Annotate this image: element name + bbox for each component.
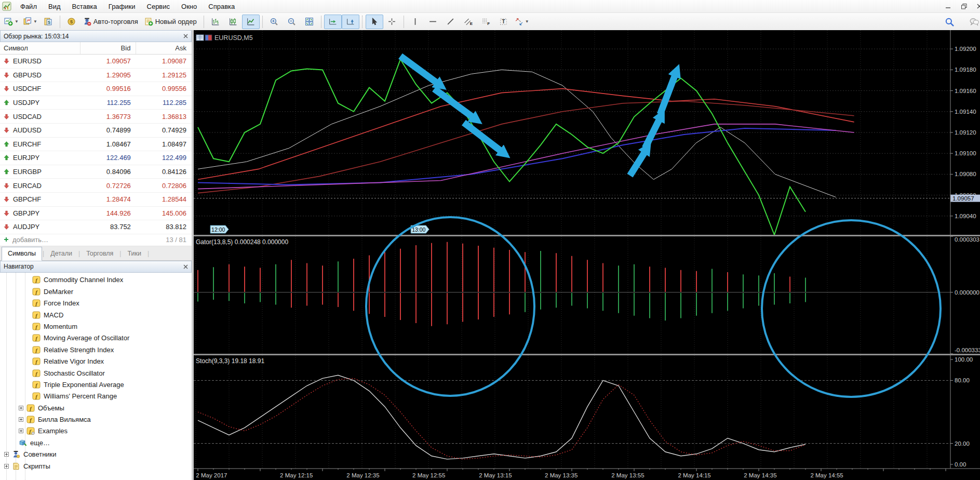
market-watch-row[interactable]: USDCHF0.995160.99556	[0, 82, 192, 96]
expand-plus-icon[interactable]	[19, 417, 23, 422]
navigator-item[interactable]: fDeMarker	[0, 286, 192, 297]
trend-line-button[interactable]	[442, 15, 460, 29]
navigator-item[interactable]: fTriple Exponential Average	[0, 379, 192, 390]
navigator-item[interactable]: Советники	[0, 449, 192, 460]
column-ask[interactable]: Ask	[136, 42, 192, 54]
cursor-button[interactable]	[366, 15, 383, 29]
auto-trading-button[interactable]: Авто-торговля	[80, 15, 142, 29]
tick-up-icon	[4, 169, 9, 175]
svg-text:1.09200: 1.09200	[955, 46, 976, 52]
tile-windows-button[interactable]	[301, 15, 318, 29]
dropdown-caret-icon: ▼	[525, 20, 529, 24]
menu-item[interactable]: Файл	[15, 1, 43, 12]
market-watch-row[interactable]: AUDUSD0.748990.74929	[0, 124, 192, 138]
market-watch-row[interactable]: EURGBP0.840960.84126	[0, 165, 192, 179]
fibonacci-retracement-button[interactable]: F	[477, 15, 495, 29]
time-axis-label: 2 May 2017	[196, 472, 227, 478]
navigator-item[interactable]: fMACD	[0, 309, 192, 321]
bid-value: 1.08467	[80, 140, 136, 148]
arrows-tool-button[interactable]: ▼	[513, 15, 531, 29]
menu-item[interactable]: Справка	[203, 1, 240, 12]
navigator-item[interactable]: fRelative Vigor Index	[0, 355, 192, 367]
market-watch-row[interactable]: EURUSD1.090571.09087	[0, 55, 192, 69]
market-watch-row[interactable]: EURJPY122.469122.499	[0, 151, 192, 165]
tick-down-icon	[4, 224, 9, 230]
navigator-item[interactable]: fMoving Average of Oscillator	[0, 332, 192, 344]
svg-text:0.000303: 0.000303	[955, 236, 979, 243]
menu-item[interactable]: Графики	[103, 1, 141, 12]
candles-chart-button[interactable]	[224, 15, 242, 29]
navigator-item[interactable]: fБилла Вильямса	[0, 414, 192, 425]
pane-splitter[interactable]	[194, 235, 980, 236]
candles-chart-icon	[229, 17, 237, 26]
line-chart-button[interactable]	[242, 15, 260, 29]
community-chat-icon[interactable]	[965, 15, 980, 29]
menu-item[interactable]: Сервис	[141, 1, 176, 12]
close-button[interactable]	[972, 1, 980, 11]
market-watch-row[interactable]: USDCAD1.367731.36813	[0, 110, 192, 124]
equidistant-channel-button[interactable]: E	[460, 15, 477, 29]
market-watch-row[interactable]: AUDJPY83.75283.812	[0, 220, 192, 234]
expand-plus-icon[interactable]	[4, 464, 9, 469]
profiles-button[interactable]: ▼	[21, 15, 39, 29]
zoom-out-button[interactable]	[283, 15, 301, 29]
market-watch-row[interactable]: GBPUSD1.290951.29125	[0, 69, 192, 83]
navigator-item[interactable]: fMomentum	[0, 321, 192, 332]
minimize-button[interactable]	[941, 1, 956, 11]
navigator-item[interactable]: еще…	[0, 437, 192, 448]
expand-plus-icon[interactable]	[19, 406, 23, 410]
indicator-f-icon: f	[32, 276, 41, 284]
navigator-item[interactable]: fStochastic Oscillator	[0, 367, 192, 379]
indicator-f-icon: f	[32, 311, 41, 319]
expand-plus-icon[interactable]	[4, 452, 9, 457]
tab-Детали[interactable]: Детали	[45, 247, 78, 260]
tab-Торговля[interactable]: Торговля	[80, 247, 119, 260]
navigator-item[interactable]: fRelative Strength Index	[0, 344, 192, 355]
bars-chart-button[interactable]	[207, 15, 224, 29]
pane-splitter[interactable]	[194, 354, 980, 355]
chart-shift-button[interactable]	[342, 15, 359, 29]
navigator-close-icon[interactable]	[183, 264, 188, 269]
text-label-button[interactable]: T	[495, 15, 513, 29]
menu-item[interactable]: Вид	[43, 1, 66, 12]
zoom-in-button[interactable]	[265, 15, 283, 29]
add-symbol-row[interactable]: добавить… 13 / 81	[0, 234, 192, 246]
market-watch-close-icon[interactable]	[183, 34, 188, 38]
navigator-item[interactable]: fCommodity Channel Index	[0, 274, 192, 286]
vertical-line-button[interactable]	[407, 15, 424, 29]
navigator-item-label: MACD	[44, 311, 63, 319]
navigator-item[interactable]: fExamples	[0, 425, 192, 437]
price-chart[interactable]: 1.092001.091801.091601.091401.091201.091…	[194, 30, 980, 480]
market-watch-row[interactable]: EURCAD0.727260.72806	[0, 179, 192, 193]
new-chart-icon	[4, 17, 13, 26]
auto-scroll-button[interactable]	[324, 15, 342, 29]
menu-item[interactable]: Окно	[176, 1, 203, 12]
restore-button[interactable]	[956, 1, 972, 11]
column-bid[interactable]: Bid	[80, 42, 136, 54]
chart-window[interactable]: 1.092001.091801.091601.091401.091201.091…	[194, 30, 980, 480]
tab-Тики[interactable]: Тики	[122, 247, 147, 260]
navigator-item[interactable]: fForce Index	[0, 298, 192, 309]
navigator-item[interactable]: fОбъемы	[0, 402, 192, 414]
search-icon[interactable]	[941, 15, 958, 29]
horizontal-line-button[interactable]	[424, 15, 442, 29]
market-watch-row[interactable]: GBPCHF1.284741.28544	[0, 193, 192, 207]
new-chart-button[interactable]: ▼	[2, 15, 21, 29]
market-watch-row[interactable]: USDJPY112.255112.285	[0, 96, 192, 110]
market-watch-window-button[interactable]: $	[39, 15, 57, 29]
svg-text:13:00: 13:00	[412, 226, 425, 233]
expand-plus-icon[interactable]	[19, 429, 23, 433]
mql5-community-button[interactable]: 5	[63, 15, 80, 29]
time-axis-label: 2 May 13:15	[479, 472, 512, 478]
navigator-item[interactable]: fWilliams' Percent Range	[0, 391, 192, 402]
new-order-button[interactable]: Новый ордер	[142, 15, 201, 29]
market-watch-row[interactable]: GBPJPY144.926145.006	[0, 207, 192, 221]
ask-value: 0.99556	[136, 85, 192, 92]
navigator-item[interactable]: Скрипты	[0, 460, 192, 472]
market-watch-row[interactable]: EURCHF1.084671.08497	[0, 138, 192, 152]
menu-item[interactable]: Вставка	[66, 1, 103, 12]
crosshair-button[interactable]	[383, 15, 401, 29]
ask-value: 0.84126	[136, 168, 192, 176]
column-symbol[interactable]: Символ	[0, 44, 80, 52]
tab-Символы[interactable]: Символы	[2, 247, 42, 261]
